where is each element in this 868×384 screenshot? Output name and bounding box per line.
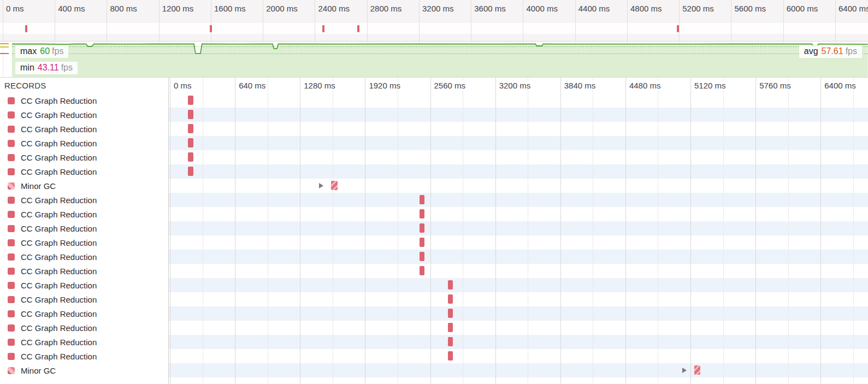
record-lane[interactable] <box>168 250 868 264</box>
record-bar[interactable] <box>448 309 453 318</box>
cc-graph-reduction-icon <box>8 324 15 332</box>
record-label-cell[interactable]: CC Graph Reduction <box>0 278 168 292</box>
record-label-cell[interactable]: CC Graph Reduction <box>0 122 168 136</box>
record-bar[interactable] <box>420 238 424 247</box>
record-lane[interactable] <box>168 363 868 377</box>
record-lane[interactable] <box>168 136 868 150</box>
record-row[interactable]: CC Graph Reduction <box>0 164 868 179</box>
max-fps-key: max <box>20 46 37 56</box>
record-label-cell[interactable]: CC Graph Reduction <box>0 349 168 363</box>
ruler-tick-label: 3600 ms <box>474 4 506 13</box>
record-bar[interactable] <box>331 181 338 190</box>
record-label-cell[interactable]: CC Graph Reduction <box>0 292 168 306</box>
record-bar[interactable] <box>420 209 424 218</box>
record-row[interactable]: CC Graph Reduction <box>0 122 868 136</box>
record-row[interactable]: Minor GC <box>0 179 868 193</box>
record-lane[interactable] <box>168 264 868 278</box>
record-label-cell[interactable]: CC Graph Reduction <box>0 235 168 250</box>
record-bar[interactable] <box>420 266 424 275</box>
record-label-cell[interactable]: CC Graph Reduction <box>0 207 168 221</box>
record-label: CC Graph Reduction <box>21 125 97 134</box>
record-lane[interactable] <box>168 321 868 335</box>
record-label-cell[interactable]: CC Graph Reduction <box>0 321 168 335</box>
record-row[interactable]: CC Graph Reduction <box>0 108 868 122</box>
expand-triangle-icon[interactable] <box>682 368 687 373</box>
record-bar[interactable] <box>694 365 700 375</box>
record-lane[interactable] <box>168 193 868 207</box>
record-row[interactable]: CC Graph Reduction <box>0 150 868 164</box>
record-bar[interactable] <box>188 96 193 105</box>
framerate-overview-graph[interactable]: max60fps min43.11fps avg57.61fps <box>0 42 868 78</box>
record-lane[interactable] <box>168 179 868 193</box>
record-label-cell[interactable]: CC Graph Reduction <box>0 93 168 108</box>
record-bar[interactable] <box>448 337 453 346</box>
record-bar[interactable] <box>188 152 193 162</box>
record-row[interactable]: CC Graph Reduction <box>0 207 868 221</box>
record-label-cell[interactable]: CC Graph Reduction <box>0 250 168 264</box>
record-row[interactable]: CC Graph Reduction <box>0 321 868 335</box>
record-lane[interactable] <box>168 150 868 164</box>
record-bar[interactable] <box>448 280 453 290</box>
record-lane[interactable] <box>168 164 868 179</box>
record-label-cell[interactable]: CC Graph Reduction <box>0 306 168 321</box>
record-lane[interactable] <box>168 292 868 306</box>
record-label: Minor GC <box>21 181 56 191</box>
expand-triangle-icon[interactable] <box>319 183 323 188</box>
record-bar[interactable] <box>188 110 193 119</box>
record-lane[interactable] <box>168 122 868 136</box>
timeline-overview-ruler[interactable]: 0 ms400 ms800 ms1200 ms1600 ms2000 ms240… <box>0 0 868 42</box>
record-label-cell[interactable]: Minor GC <box>0 363 168 377</box>
record-row[interactable]: CC Graph Reduction <box>0 221 868 235</box>
record-label-cell[interactable]: CC Graph Reduction <box>0 164 168 179</box>
waterfall-tick-label: 6400 ms <box>824 81 858 90</box>
framerate-area-chart <box>0 42 868 78</box>
record-row[interactable]: CC Graph Reduction <box>0 292 868 306</box>
record-row[interactable]: Minor GC <box>0 363 868 377</box>
record-row[interactable]: CC Graph Reduction <box>0 335 868 349</box>
record-row[interactable]: CC Graph Reduction <box>0 193 868 207</box>
cc-graph-reduction-icon <box>8 282 15 289</box>
record-label-cell[interactable]: CC Graph Reduction <box>0 335 168 349</box>
min-fps-unit: fps <box>61 63 73 72</box>
record-label: CC Graph Reduction <box>21 139 97 148</box>
record-bar[interactable] <box>420 223 424 233</box>
record-row[interactable]: CC Graph Reduction <box>0 136 868 150</box>
record-bar[interactable] <box>188 167 193 176</box>
record-lane[interactable] <box>168 349 868 363</box>
record-row[interactable]: CC Graph Reduction <box>0 278 868 292</box>
record-label-cell[interactable]: CC Graph Reduction <box>0 108 168 122</box>
record-bar[interactable] <box>448 351 453 361</box>
record-label-cell[interactable]: CC Graph Reduction <box>0 221 168 235</box>
record-lane[interactable] <box>168 278 868 292</box>
record-row[interactable]: CC Graph Reduction <box>0 250 868 264</box>
record-bar[interactable] <box>448 294 453 304</box>
record-bar[interactable] <box>188 138 193 147</box>
record-lane[interactable] <box>168 235 868 250</box>
record-lane[interactable] <box>168 221 868 235</box>
record-label-cell[interactable]: CC Graph Reduction <box>0 193 168 207</box>
record-label: CC Graph Reduction <box>21 338 97 347</box>
record-label-cell[interactable]: CC Graph Reduction <box>0 150 168 164</box>
record-bar[interactable] <box>188 124 193 133</box>
record-bar[interactable] <box>448 323 453 332</box>
record-bar[interactable] <box>420 195 424 204</box>
record-label: Minor GC <box>21 366 56 375</box>
cc-graph-reduction-icon <box>8 296 15 303</box>
waterfall-tick-label: 1920 ms <box>369 81 403 90</box>
record-bar[interactable] <box>420 252 424 261</box>
record-lane[interactable] <box>168 335 868 349</box>
record-lane[interactable] <box>168 93 868 108</box>
ruler-gridline <box>731 0 731 41</box>
record-row[interactable]: CC Graph Reduction <box>0 235 868 250</box>
record-lane[interactable] <box>168 207 868 221</box>
record-row[interactable]: CC Graph Reduction <box>0 349 868 363</box>
cc-graph-reduction-icon <box>8 154 15 161</box>
record-label-cell[interactable]: CC Graph Reduction <box>0 264 168 278</box>
record-lane[interactable] <box>168 306 868 321</box>
record-lane[interactable] <box>168 108 868 122</box>
record-label-cell[interactable]: Minor GC <box>0 179 168 193</box>
record-row[interactable]: CC Graph Reduction <box>0 264 868 278</box>
record-row[interactable]: CC Graph Reduction <box>0 93 868 108</box>
record-label-cell[interactable]: CC Graph Reduction <box>0 136 168 150</box>
record-row[interactable]: CC Graph Reduction <box>0 306 868 321</box>
